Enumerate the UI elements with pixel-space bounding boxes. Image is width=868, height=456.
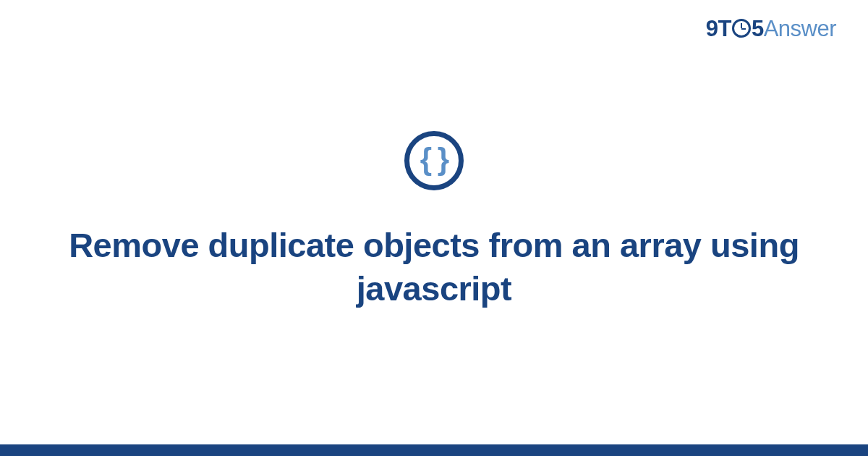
site-logo: 9T 5 Answer — [706, 16, 836, 42]
logo-text-9t: 9T — [706, 16, 731, 42]
logo-text-answer: Answer — [764, 16, 836, 42]
category-icon-circle: { } — [404, 131, 464, 190]
footer-bar — [0, 444, 868, 456]
page-title: Remove duplicate objects from an array u… — [54, 224, 814, 311]
code-braces-icon: { } — [420, 144, 448, 174]
main-content: { } Remove duplicate objects from an arr… — [0, 131, 868, 311]
clock-icon — [732, 19, 751, 38]
logo-text-5: 5 — [752, 16, 764, 42]
